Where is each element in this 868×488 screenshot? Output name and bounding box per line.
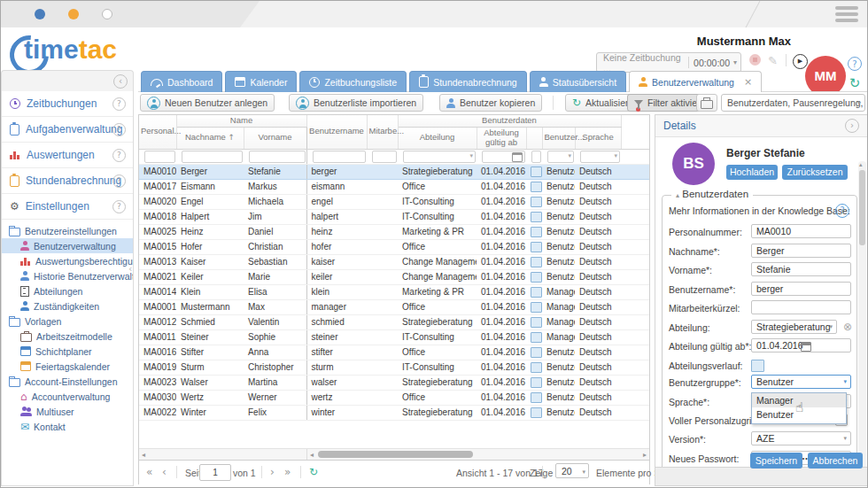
horizontal-scrollbar[interactable]: ◂ ◂ ▸: [139, 448, 649, 461]
tree-item-vorlagen[interactable]: Vorlagen: [2, 314, 133, 329]
upload-button[interactable]: Hochladen: [726, 165, 778, 180]
col-sprache[interactable]: Sprache: [575, 128, 621, 150]
tree-item-arbeitszeitmodelle[interactable]: Arbeitszeitmodelle: [2, 329, 133, 344]
table-row[interactable]: MA0011SteinerSophiesteinerIT-Consulting0…: [139, 329, 649, 345]
scroll-up-icon[interactable]: ▴: [859, 161, 863, 168]
clear-icon[interactable]: ⊗: [843, 321, 852, 333]
abteilungsverlauf-icon[interactable]: [531, 167, 542, 177]
tree-item-accountverwaltung[interactable]: ⌂Accountverwaltung: [2, 389, 133, 404]
first-page-icon[interactable]: «: [146, 466, 152, 478]
close-tab-icon[interactable]: ×: [744, 78, 752, 87]
abteilungsverlauf-icon[interactable]: [531, 407, 542, 418]
sidebar-item-einstellungen[interactable]: ⚙Einstellungen?: [2, 194, 133, 220]
abteilungsverlauf-icon[interactable]: [751, 360, 764, 372]
cancel-button[interactable]: Abbrechen: [808, 453, 863, 469]
abteilungsverlauf-icon[interactable]: [531, 287, 542, 298]
details-scrollbar[interactable]: ▴ ▾: [858, 161, 866, 469]
abteilungsverlauf-icon[interactable]: [531, 347, 542, 358]
splitter-handle-icon[interactable]: ‹: [128, 263, 132, 275]
new-user-button[interactable]: Neuen Benutzer anlegen: [140, 94, 275, 112]
col-personal[interactable]: Personal...: [139, 115, 176, 149]
prev-page-icon[interactable]: ‹: [162, 466, 167, 478]
sidebar-item-aufgabenverwaltung[interactable]: Aufgabenverwaltung?: [2, 117, 133, 143]
tree-item-auswertungsberechtigungen[interactable]: Auswertungsberechtigungen: [2, 253, 133, 268]
col-abteilung[interactable]: Abteilung: [398, 128, 477, 150]
scroll-left-icon[interactable]: ◂: [310, 451, 314, 459]
abteilungsverlauf-icon[interactable]: [531, 302, 542, 313]
page-size-select[interactable]: 20▾: [555, 463, 589, 478]
filter-gueltig[interactable]: [482, 151, 525, 163]
calendar-icon[interactable]: [801, 342, 811, 352]
abteilungsverlauf-icon[interactable]: [531, 272, 542, 283]
benutzergruppe-select[interactable]: Benutzer▾: [751, 375, 851, 389]
filter-gruppe[interactable]: ▾: [547, 151, 574, 163]
tree-item-zuständigkeiten[interactable]: Zuständigkeiten: [2, 298, 133, 314]
page-number-input[interactable]: [199, 464, 231, 481]
edit-pencil-icon[interactable]: ✎: [768, 54, 778, 67]
table-row[interactable]: MA0015HoferChristianhoferOffice01.04.201…: [139, 239, 649, 254]
table-row[interactable]: MA0022WinterFelixwinterStrategieberatung…: [139, 405, 649, 420]
save-button[interactable]: Speichern: [750, 453, 802, 469]
abteilungsverlauf-icon[interactable]: [531, 317, 542, 328]
copy-user-button[interactable]: Benutzer kopieren: [439, 94, 542, 112]
scrollbar-thumb[interactable]: [859, 170, 865, 245]
chevron-down-icon[interactable]: ▾: [733, 58, 737, 66]
abteilungsverlauf-icon[interactable]: [531, 332, 542, 343]
window-button-orange-icon[interactable]: [68, 9, 79, 19]
reload-icon[interactable]: ↻: [309, 466, 318, 478]
filter-abteilung[interactable]: ▾: [403, 151, 476, 163]
collapse-sidebar-icon[interactable]: ‹: [113, 74, 128, 89]
tree-item-benutzereinstellungen[interactable]: Benutzereinstellungen: [2, 223, 133, 238]
table-row[interactable]: MA0021KeilerMariekeilerChange Management…: [139, 269, 649, 284]
window-button-blue-icon[interactable]: [35, 9, 45, 19]
last-page-icon[interactable]: »: [284, 466, 291, 478]
tree-item-kontakt[interactable]: ✉Kontakt: [2, 419, 133, 434]
fieldset-legend[interactable]: ▴ Benutzerdaten: [671, 189, 753, 199]
window-button-white-icon[interactable]: [102, 9, 112, 19]
abteilungsverlauf-icon[interactable]: [531, 392, 542, 403]
reset-button[interactable]: Zurücksetzen: [782, 165, 848, 180]
col-gruppe[interactable]: Benutzer...: [542, 128, 575, 150]
sidebar-item-stundenabrechnung[interactable]: Stundenabrechnung?: [2, 168, 133, 194]
abteilungsverlauf-icon[interactable]: [531, 182, 542, 192]
tab-benutzerverwaltung[interactable]: Benutzerverwaltung×: [629, 71, 762, 92]
import-user-list-button[interactable]: Benutzerliste importieren: [289, 94, 423, 112]
abteilungsverlauf-icon[interactable]: [531, 257, 542, 267]
vorname-input[interactable]: Stefanie: [751, 262, 851, 276]
play-icon[interactable]: ▶: [793, 54, 808, 69]
abteilung-select[interactable]: Strategieberatung▾: [751, 320, 837, 334]
hamburger-menu-icon[interactable]: [835, 6, 858, 25]
tree-item-account-einstellungen[interactable]: Account-Einstellungen: [2, 374, 133, 389]
table-row[interactable]: MA0023WalserMartinawalserStrategieberatu…: [139, 375, 649, 390]
tab-zeitbuchungsliste[interactable]: Zeitbuchungsliste: [299, 71, 407, 92]
tab-stundenabrechnung[interactable]: Stundenabrechnung: [409, 71, 527, 92]
abteilungsverlauf-icon[interactable]: [531, 197, 542, 207]
abteilungsverlauf-icon[interactable]: [531, 242, 542, 252]
abteilungsverlauf-icon[interactable]: [531, 362, 542, 373]
table-row[interactable]: MA0017EismannMarkuseismannOffice01.04.20…: [139, 179, 649, 194]
tree-item-abteilungen[interactable]: Abteilungen: [2, 283, 133, 298]
col-nachname[interactable]: Nachname ↑: [176, 128, 244, 150]
filter-vorname[interactable]: [249, 151, 306, 163]
help-icon[interactable]: ?: [112, 149, 126, 162]
filter-mitarbeiter[interactable]: [372, 151, 397, 163]
scroll-left-icon[interactable]: ◂: [142, 451, 145, 459]
table-row[interactable]: MA0012SchmiedValentinschmiedStrategieber…: [139, 314, 649, 329]
sidebar-item-auswertungen[interactable]: Auswertungen?: [2, 143, 133, 168]
filter-personal[interactable]: [144, 151, 175, 163]
tab-dashboard[interactable]: Dashboard: [141, 71, 222, 92]
tab-statusübersicht[interactable]: Statusübersicht: [530, 71, 626, 92]
help-icon[interactable]: ?: [112, 174, 126, 188]
scrollbar-thumb[interactable]: [318, 451, 473, 458]
personalnummer-input[interactable]: MA0010: [751, 224, 851, 238]
filter-benutzername[interactable]: [313, 151, 367, 163]
col-mitarbeiter[interactable]: Mitarbe...: [367, 115, 398, 149]
column-view-select[interactable]: Benutzerdaten, Pausenregelung, Ru ▾: [721, 94, 865, 112]
table-row[interactable]: MA0010BergerStefaniebergerStrategieberat…: [139, 164, 649, 179]
sidebar-item-zeitbuchungen[interactable]: Zeitbuchungen?: [2, 91, 133, 117]
nachname-input[interactable]: Berger: [751, 244, 851, 258]
table-row[interactable]: MA0016StifterAnnastifterOffice01.04.2016…: [139, 345, 649, 360]
benutzername-input[interactable]: berger: [751, 282, 851, 296]
tree-item-feiertagskalender[interactable]: Feiertagskalender: [2, 359, 133, 374]
help-icon[interactable]: ?: [848, 57, 862, 71]
